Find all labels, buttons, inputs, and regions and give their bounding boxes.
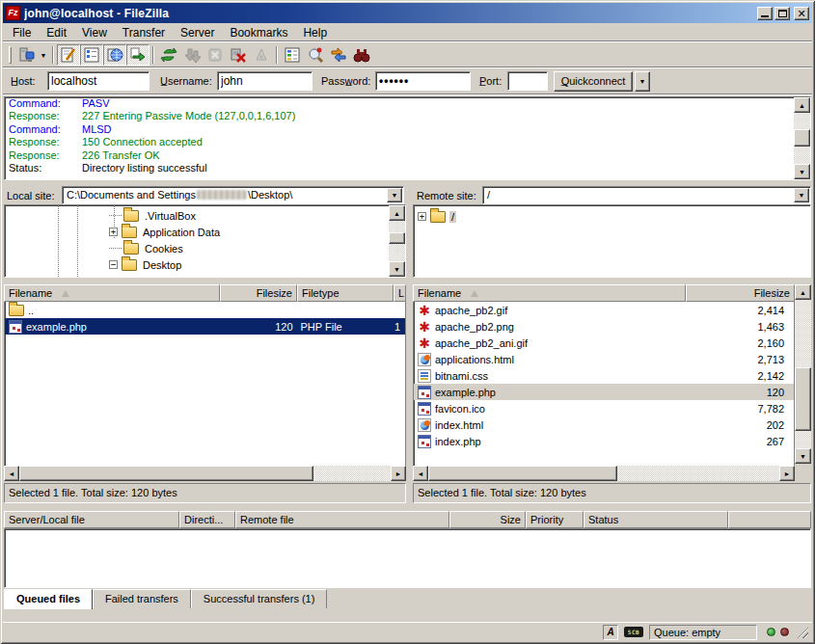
toggle-remote-tree-button[interactable] bbox=[103, 44, 126, 66]
menu-bookmarks[interactable]: Bookmarks bbox=[222, 24, 295, 41]
column-header-filesize[interactable]: Filesize bbox=[220, 284, 297, 302]
cancel-button[interactable] bbox=[204, 44, 227, 66]
filter-button[interactable] bbox=[281, 44, 304, 66]
toggle-local-tree-button[interactable] bbox=[80, 44, 103, 66]
port-input[interactable] bbox=[507, 71, 548, 91]
cell-filename: example.php bbox=[414, 384, 687, 400]
tree-item-label[interactable]: Desktop bbox=[141, 259, 183, 271]
file-row-applications-html[interactable]: applications.html2,713 bbox=[414, 351, 794, 367]
chevron-down-icon[interactable]: ▼ bbox=[387, 188, 402, 202]
quickconnect-button[interactable]: Q̲uickconnect bbox=[554, 71, 633, 92]
scroll-left-icon[interactable]: ◄ bbox=[4, 466, 19, 481]
menu-view[interactable]: View bbox=[74, 24, 115, 41]
username-input[interactable] bbox=[217, 71, 312, 91]
scroll-up-icon[interactable]: ▲ bbox=[795, 284, 811, 300]
synchronized-browsing-button[interactable] bbox=[327, 44, 350, 66]
tab-failed-transfers[interactable]: Failed transfers bbox=[93, 589, 191, 608]
column-header-filename[interactable]: Filename bbox=[4, 284, 220, 302]
host-input[interactable] bbox=[47, 71, 149, 91]
chevron-down-icon[interactable]: ▼ bbox=[794, 188, 809, 202]
process-queue-button[interactable] bbox=[180, 44, 204, 66]
cell-filesize: 2,142 bbox=[687, 367, 788, 384]
scroll-down-icon[interactable]: ▼ bbox=[795, 448, 811, 464]
scroll-right-icon[interactable]: ► bbox=[391, 466, 406, 481]
speed-limits-icon[interactable]: SCB bbox=[624, 627, 643, 637]
column-header-status[interactable]: Status bbox=[584, 511, 728, 528]
tree-item-label[interactable]: Application Data bbox=[141, 227, 222, 238]
file-row-index-html[interactable]: index.html202 bbox=[414, 416, 794, 433]
maximize-button[interactable] bbox=[774, 7, 790, 20]
quickconnect-dropdown[interactable]: ▼ bbox=[635, 71, 650, 92]
scroll-up-icon[interactable]: ▲ bbox=[794, 97, 810, 113]
file-row-example-php[interactable]: example.php120PHP File1 bbox=[5, 318, 405, 335]
column-header-l[interactable]: L bbox=[394, 284, 406, 302]
scrollbar-thumb[interactable] bbox=[19, 466, 313, 481]
column-header-filetype[interactable]: Filetype bbox=[297, 284, 394, 302]
reconnect-button[interactable] bbox=[250, 44, 273, 66]
menu-help[interactable]: Help bbox=[295, 24, 335, 41]
tree-item-cookies[interactable]: Cookies bbox=[109, 240, 185, 256]
local-tree-scrollbar[interactable]: ▲ ▼ bbox=[389, 205, 405, 277]
scrollbar-thumb[interactable] bbox=[428, 466, 617, 481]
tree-scrollbar-thumb[interactable] bbox=[389, 232, 405, 244]
toolbar-grip[interactable] bbox=[9, 46, 12, 64]
file-row-apache-pb2-png[interactable]: ✱apache_pb2.png1,463 bbox=[414, 318, 794, 335]
close-button[interactable]: ✕ bbox=[794, 7, 809, 20]
scrollbar-thumb[interactable] bbox=[795, 367, 811, 431]
menu-transfer[interactable]: Transfer bbox=[115, 24, 173, 41]
resize-grip[interactable] bbox=[796, 626, 808, 638]
log-scrollbar[interactable]: ▲ ▼ bbox=[794, 97, 810, 179]
column-header-remote-file[interactable]: Remote file bbox=[235, 511, 449, 528]
tab-successful-transfers-1-[interactable]: Successful transfers (1) bbox=[191, 589, 328, 608]
file-row-apache-pb2-ani-gif[interactable]: ✱apache_pb2_ani.gif2,160 bbox=[414, 335, 794, 351]
tree-item-label[interactable]: Cookies bbox=[143, 243, 185, 255]
site-manager-dropdown[interactable]: ▼ bbox=[38, 44, 49, 66]
site-manager-button[interactable] bbox=[14, 44, 38, 66]
column-header-directi-[interactable]: Directi... bbox=[179, 511, 235, 528]
column-header-server-local-file[interactable]: Server/Local file bbox=[4, 511, 179, 528]
tree-item--virtualbox[interactable]: .VirtualBox bbox=[109, 207, 198, 224]
find-files-button[interactable] bbox=[350, 44, 373, 66]
file-row-bitnami-css[interactable]: bitnami.css2,142 bbox=[414, 367, 794, 384]
menu-server[interactable]: Server bbox=[173, 24, 222, 41]
disconnect-button[interactable] bbox=[227, 44, 250, 66]
file-row-favicon-ico[interactable]: favicon.ico7,782 bbox=[414, 400, 794, 416]
scroll-left-icon[interactable]: ◄ bbox=[413, 466, 428, 481]
transfer-type-icon[interactable]: A bbox=[603, 625, 618, 640]
remote-horizontal-scrollbar[interactable]: ◄ ► bbox=[413, 466, 795, 481]
file-row-example-php[interactable]: example.php120 bbox=[414, 384, 794, 400]
tree-item-label[interactable]: / bbox=[449, 211, 456, 223]
local-site-combobox[interactable]: C:\Documents and Settings\Desktop\ ▼ bbox=[62, 186, 404, 204]
tree-item-desktop[interactable]: −Desktop bbox=[109, 256, 183, 273]
scroll-down-icon[interactable]: ▼ bbox=[794, 164, 810, 179]
tab-queued-files[interactable]: Queued files bbox=[4, 589, 93, 609]
menu-edit[interactable]: Edit bbox=[39, 24, 74, 41]
expand-icon[interactable]: + bbox=[418, 212, 426, 221]
column-header-filesize[interactable]: Filesize bbox=[686, 284, 795, 302]
file-row-apache-pb2-gif[interactable]: ✱apache_pb2.gif2,414 bbox=[414, 302, 794, 318]
file-row-index-php[interactable]: index.php267 bbox=[414, 433, 794, 449]
toggle-transfer-queue-button[interactable] bbox=[126, 44, 149, 66]
expand-icon[interactable]: + bbox=[109, 228, 118, 236]
scroll-right-icon[interactable]: ► bbox=[779, 466, 795, 481]
menu-file[interactable]: File bbox=[5, 24, 39, 41]
tree-item-label[interactable]: .VirtualBox bbox=[143, 210, 198, 222]
remote-tree-root[interactable]: + / bbox=[418, 208, 456, 225]
refresh-button[interactable] bbox=[157, 44, 180, 66]
collapse-icon[interactable]: − bbox=[109, 260, 118, 269]
directory-comparison-button[interactable] bbox=[304, 44, 327, 66]
log-scrollbar-thumb[interactable] bbox=[794, 129, 810, 147]
scroll-up-icon[interactable]: ▲ bbox=[389, 205, 405, 221]
remote-vertical-scrollbar[interactable]: ▲ ▼ bbox=[795, 284, 811, 464]
scroll-down-icon[interactable]: ▼ bbox=[389, 261, 405, 277]
column-header-size[interactable]: Size bbox=[449, 511, 526, 528]
tree-item-application-data[interactable]: +Application Data bbox=[109, 224, 222, 240]
file-row--[interactable]: .. bbox=[5, 302, 405, 318]
remote-site-combobox[interactable]: / ▼ bbox=[482, 186, 811, 204]
column-header-priority[interactable]: Priority bbox=[526, 511, 584, 528]
column-header-filename[interactable]: Filename bbox=[413, 284, 686, 302]
password-input[interactable] bbox=[375, 71, 471, 91]
local-horizontal-scrollbar[interactable]: ◄ ► bbox=[4, 466, 406, 481]
toggle-message-log-button[interactable] bbox=[57, 44, 80, 66]
minimize-button[interactable] bbox=[757, 7, 773, 20]
